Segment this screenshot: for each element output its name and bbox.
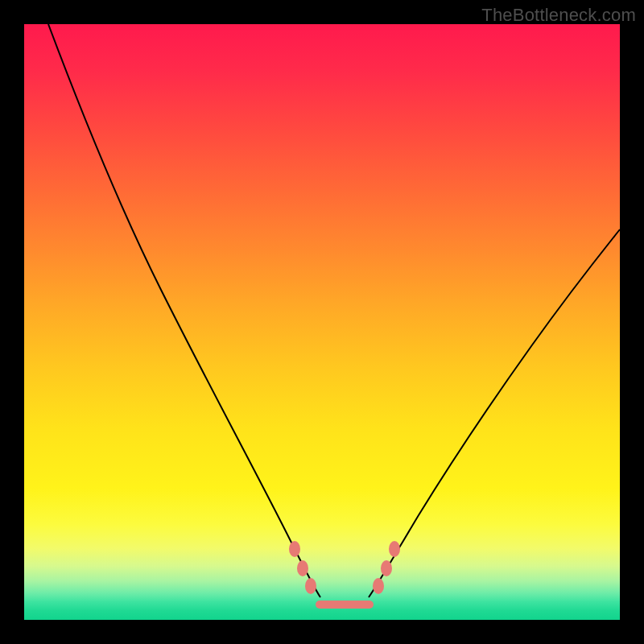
plot-area — [24, 24, 620, 620]
marker-dot — [297, 560, 308, 576]
chart-svg — [24, 24, 620, 620]
marker-dot — [305, 578, 316, 594]
right-curve — [369, 229, 620, 597]
marker-dot — [389, 541, 400, 557]
watermark-text: TheBottleneck.com — [481, 5, 636, 26]
marker-dot — [381, 560, 392, 576]
flat-minimum — [316, 601, 374, 609]
chart-frame: TheBottleneck.com — [0, 0, 644, 644]
marker-dot — [289, 541, 300, 557]
marker-dot — [373, 578, 384, 594]
left-curve — [48, 24, 320, 597]
